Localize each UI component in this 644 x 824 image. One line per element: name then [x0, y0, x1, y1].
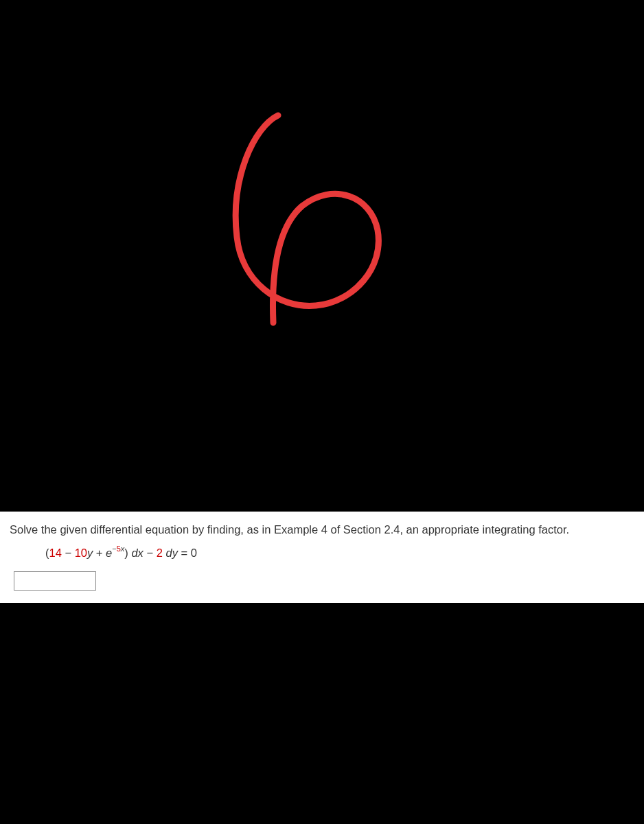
eq-dy: dy: [165, 546, 177, 558]
eq-close: ): [124, 546, 131, 558]
eq-c3: 2: [157, 546, 163, 558]
eq-exp-var: x: [121, 545, 125, 553]
eq-e: e: [106, 546, 112, 558]
eq-minus2: −: [143, 546, 157, 558]
problem-container: Solve the given differential equation by…: [0, 512, 644, 603]
eq-rhs: 0: [191, 546, 197, 558]
eq-plus: +: [93, 546, 106, 558]
answer-input[interactable]: [14, 571, 96, 591]
annotation-canvas: [0, 0, 644, 512]
eq-exp: −5x: [112, 545, 124, 553]
problem-instruction: Solve the given differential equation by…: [10, 521, 634, 538]
problem-equation: (14 − 10y + e−5x) dx − 2 dy = 0: [45, 545, 634, 560]
eq-dx: dx: [131, 546, 143, 558]
eq-c2: 10: [75, 546, 87, 558]
eq-c1: 14: [49, 546, 62, 558]
eq-eqsign: =: [178, 546, 191, 558]
eq-minus1: −: [62, 546, 75, 558]
handwritten-six-icon: [199, 103, 405, 343]
